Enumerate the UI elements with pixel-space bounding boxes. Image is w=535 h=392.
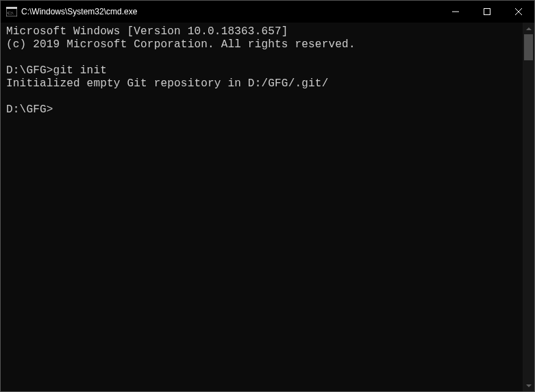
close-button[interactable] [503, 1, 534, 23]
minimize-button[interactable] [440, 1, 471, 23]
maximize-button[interactable] [471, 1, 503, 23]
scrollbar-thumb[interactable] [524, 34, 533, 60]
svg-rect-4 [484, 9, 490, 15]
terminal-output[interactable]: Microsoft Windows [Version 10.0.18363.65… [1, 23, 523, 391]
cmd-window: C:\ C:\Windows\System32\cmd.exe Microsof… [0, 0, 535, 392]
svg-text:C:\: C:\ [8, 10, 14, 16]
svg-rect-1 [6, 7, 17, 9]
scrollbar-down-button[interactable] [523, 380, 534, 391]
titlebar[interactable]: C:\ C:\Windows\System32\cmd.exe [1, 1, 534, 23]
scrollbar-up-button[interactable] [523, 23, 534, 34]
svg-marker-8 [526, 384, 532, 387]
scrollbar-vertical[interactable] [523, 23, 534, 391]
cmd-icon: C:\ [6, 7, 17, 16]
svg-marker-7 [526, 27, 532, 30]
terminal-area: Microsoft Windows [Version 10.0.18363.65… [1, 23, 534, 391]
window-title: C:\Windows\System32\cmd.exe [21, 7, 137, 16]
